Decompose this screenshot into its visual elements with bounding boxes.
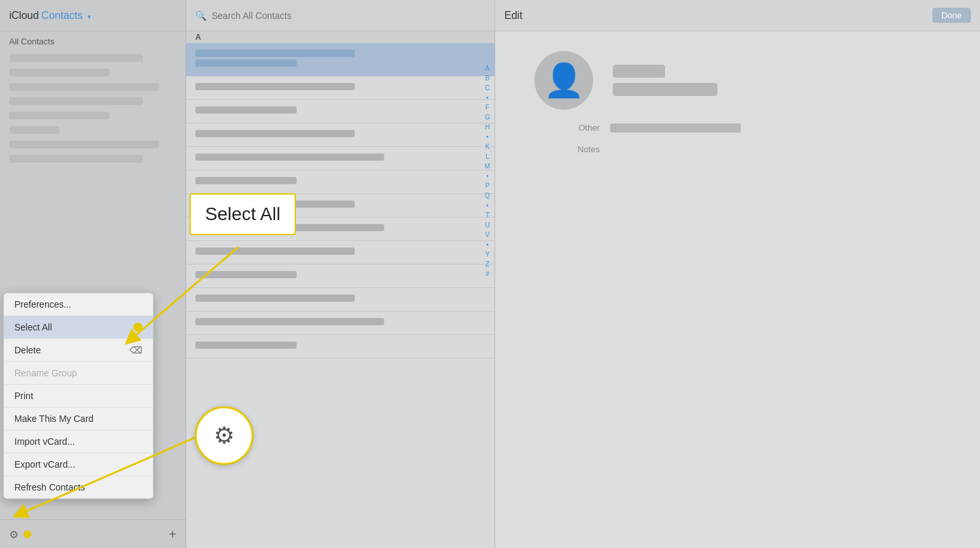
sidebar-group-item — [9, 54, 143, 62]
contact-row[interactable] — [186, 43, 495, 76]
contact-name-blur — [195, 248, 355, 255]
alpha-p[interactable]: P — [483, 182, 492, 191]
contact-row[interactable] — [186, 312, 495, 335]
menu-item-import-vcard[interactable]: Import vCard... — [4, 430, 153, 453]
menu-item-label: Preferences... — [14, 299, 71, 310]
menu-item-label: Delete — [14, 345, 41, 355]
alpha-h[interactable]: H — [483, 123, 492, 132]
menu-item-label: Make This My Card — [14, 413, 93, 424]
contact-name-blur — [195, 153, 384, 161]
sidebar-group-item — [9, 83, 159, 91]
menu-item-refresh[interactable]: Refresh Contacts — [4, 476, 153, 498]
avatar-icon: 👤 — [544, 64, 584, 97]
alpha-y[interactable]: Y — [483, 250, 492, 259]
contact-row[interactable] — [186, 100, 495, 123]
select-all-dot — [133, 323, 142, 332]
alpha-g[interactable]: G — [483, 113, 492, 122]
name-blur-first — [613, 65, 665, 78]
app-container: iCloud Contacts ▾ All Contacts ⚙ + — [0, 0, 980, 548]
contact-name-blur — [195, 271, 297, 278]
contact-row[interactable] — [186, 265, 495, 288]
contact-name-blur — [195, 83, 355, 90]
sidebar-title-icloud: iCloud — [9, 10, 39, 22]
contact-row[interactable] — [186, 123, 495, 147]
alpha-z[interactable]: Z — [483, 260, 492, 269]
menu-item-make-my-card[interactable]: Make This My Card — [4, 408, 153, 430]
alpha-c[interactable]: C — [483, 84, 492, 93]
menu-item-export-vcard[interactable]: Export vCard... — [4, 453, 153, 476]
alpha-hash[interactable]: # — [483, 270, 492, 279]
menu-item-select-all[interactable]: Select All — [4, 316, 153, 339]
done-button[interactable]: Done — [932, 8, 971, 23]
alpha-m[interactable]: M — [483, 162, 492, 171]
menu-item-rename-group: Rename Group — [4, 362, 153, 385]
menu-item-label: Import vCard... — [14, 436, 75, 447]
sidebar-group-item — [9, 140, 159, 148]
alpha-u[interactable]: U — [483, 221, 492, 230]
menu-item-preferences[interactable]: Preferences... — [4, 293, 153, 316]
alpha-v[interactable]: V — [483, 231, 492, 240]
contact-row[interactable] — [186, 147, 495, 170]
alpha-q[interactable]: Q — [483, 191, 492, 201]
alpha-f[interactable]: F — [483, 103, 492, 112]
detail-content: 👤 Other Notes — [495, 31, 980, 548]
contact-detail-blur — [195, 59, 297, 67]
callout-select-all: Select All — [189, 193, 296, 235]
contact-name-blur — [195, 295, 355, 302]
sidebar-group-item — [9, 97, 143, 105]
contact-name-blur — [195, 50, 355, 57]
avatar: 👤 — [534, 51, 593, 110]
other-field-row: Other — [547, 123, 941, 133]
alpha-k[interactable]: K — [483, 142, 492, 152]
section-header-a: A — [186, 31, 495, 43]
contact-row[interactable] — [186, 170, 495, 194]
menu-item-label: Refresh Contacts — [14, 482, 85, 492]
contact-detail-top: 👤 — [534, 51, 941, 110]
context-menu: Preferences... Select All Delete ⌫ Renam… — [3, 293, 154, 499]
gear-circle-callout: ⚙ — [195, 406, 253, 465]
menu-item-label: Rename Group — [14, 368, 77, 378]
contacts-list: A — [186, 31, 495, 548]
search-input[interactable] — [212, 10, 485, 21]
menu-item-label: Export vCard... — [14, 459, 75, 470]
contact-row[interactable] — [186, 241, 495, 265]
search-bar: 🔍 — [186, 0, 495, 31]
menu-item-label: Print — [14, 391, 33, 401]
name-blur-last — [613, 83, 717, 96]
callout-text: Select All — [205, 204, 280, 224]
all-contacts-label[interactable]: All Contacts — [0, 31, 186, 49]
alpha-dot3: • — [483, 172, 492, 181]
contacts-panel: 🔍 A — [186, 0, 495, 548]
contact-row[interactable] — [186, 76, 495, 100]
sidebar-title-contacts: Contacts ▾ — [41, 10, 91, 22]
alpha-a[interactable]: A — [483, 64, 492, 73]
add-contact-button[interactable]: + — [169, 528, 176, 541]
edit-button[interactable]: Edit — [504, 10, 523, 22]
detail-panel: Edit Done 👤 Other Notes — [495, 0, 980, 548]
contact-name-blur — [195, 130, 355, 137]
contact-fields: Other Notes — [534, 123, 941, 154]
alpha-t[interactable]: T — [483, 211, 492, 220]
menu-item-delete[interactable]: Delete ⌫ — [4, 339, 153, 362]
sidebar-group-item — [9, 69, 110, 76]
delete-icon: ⌫ — [129, 345, 142, 355]
detail-header: Edit Done — [495, 0, 980, 31]
alpha-dot5: • — [483, 240, 492, 250]
gear-circle-icon: ⚙ — [214, 422, 235, 449]
alpha-index: A B C • F G H • K L M • P Q • T U V • Y — [483, 64, 492, 279]
contact-row[interactable] — [186, 288, 495, 312]
alpha-b[interactable]: B — [483, 74, 492, 83]
contact-name-blur — [195, 106, 297, 114]
sidebar-footer: ⚙ + — [0, 519, 186, 548]
alpha-dot1: • — [483, 93, 492, 103]
sidebar-dropdown-icon[interactable]: ▾ — [88, 13, 91, 20]
gear-icon[interactable]: ⚙ — [9, 528, 21, 540]
alpha-l[interactable]: L — [483, 152, 492, 161]
search-icon: 🔍 — [195, 10, 206, 21]
sidebar-group-item — [9, 155, 143, 163]
contact-row[interactable] — [186, 335, 495, 359]
contact-name-blur — [195, 177, 297, 184]
contact-name-area — [613, 65, 717, 96]
menu-item-print[interactable]: Print — [4, 385, 153, 408]
notes-label: Notes — [547, 144, 600, 154]
